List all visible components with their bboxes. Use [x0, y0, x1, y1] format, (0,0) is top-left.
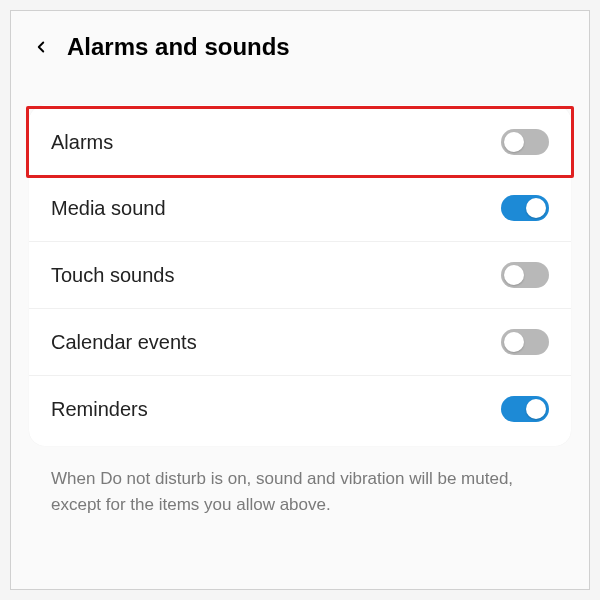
toggle-reminders[interactable] — [501, 396, 549, 422]
row-label: Reminders — [51, 398, 148, 421]
back-icon[interactable] — [29, 35, 53, 59]
row-label: Calendar events — [51, 331, 197, 354]
row-touch-sounds[interactable]: Touch sounds — [29, 242, 571, 309]
row-media-sound[interactable]: Media sound — [29, 175, 571, 242]
row-alarms[interactable]: Alarms — [26, 106, 574, 178]
row-label: Media sound — [51, 197, 166, 220]
row-label: Alarms — [51, 131, 113, 154]
header-bar: Alarms and sounds — [29, 23, 571, 79]
settings-card: Alarms Media sound Touch sounds Calendar… — [29, 105, 571, 446]
toggle-calendar-events[interactable] — [501, 329, 549, 355]
screen: Alarms and sounds Alarms Media sound Tou… — [10, 10, 590, 590]
page-title: Alarms and sounds — [67, 33, 290, 61]
row-label: Touch sounds — [51, 264, 174, 287]
toggle-touch-sounds[interactable] — [501, 262, 549, 288]
toggle-alarms[interactable] — [501, 129, 549, 155]
footer-description: When Do not disturb is on, sound and vib… — [29, 446, 571, 527]
row-calendar-events[interactable]: Calendar events — [29, 309, 571, 376]
toggle-media-sound[interactable] — [501, 195, 549, 221]
row-reminders[interactable]: Reminders — [29, 376, 571, 442]
